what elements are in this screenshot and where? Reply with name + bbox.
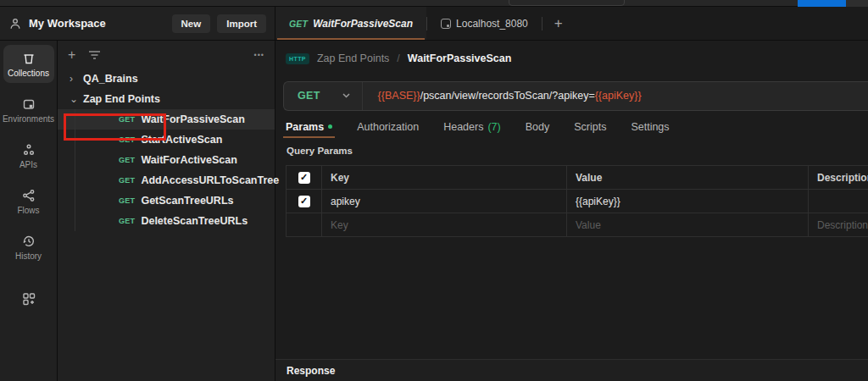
tab-body[interactable]: Body	[526, 115, 550, 138]
activity-bar: Collections Environments APIs Flows Hist…	[0, 41, 58, 381]
primary-button-fragment	[798, 0, 846, 7]
tab-headers[interactable]: Headers (7)	[443, 115, 501, 138]
filter-icon[interactable]	[88, 50, 101, 60]
tab-label: Headers	[443, 121, 483, 133]
sidebar-item-apis[interactable]: APIs	[3, 136, 54, 174]
query-params-table: ✓ Key Value Description ✓ apikey {{apiKe…	[286, 165, 868, 237]
workspace-header: My Workspace New Import	[0, 7, 275, 41]
tab-scripts[interactable]: Scripts	[574, 115, 606, 138]
request-label: AddAccessURLToScanTree	[141, 174, 279, 186]
collections-sidebar: + ••• › QA_Brains ⌄ Zap End Points GET W…	[58, 41, 275, 381]
collection-zap-end-points[interactable]: ⌄ Zap End Points	[58, 89, 275, 109]
tab-label: WaitForPassiveScan	[313, 18, 413, 30]
top-bar-cropped	[0, 0, 868, 7]
sidebar-item-environments[interactable]: Environments	[3, 91, 54, 129]
method-badge: GET	[119, 115, 135, 124]
tab-localhost-8080[interactable]: Localhost_8080	[427, 7, 542, 40]
tab-label: Settings	[631, 121, 669, 133]
request-panel: HTTP Zap End Points / WaitForPassiveScan…	[275, 41, 868, 381]
add-tab-button[interactable]: +	[542, 7, 575, 40]
breadcrumb-collection[interactable]: Zap End Points	[317, 52, 389, 64]
param-value-input[interactable]: {{apiKey}}	[567, 190, 809, 213]
indent-guide	[75, 211, 75, 231]
tab-params[interactable]: Params	[286, 115, 332, 138]
url-input[interactable]: {{BASE}}/pscan/view/recordsToScan/?apike…	[363, 90, 642, 102]
indent-guide	[75, 109, 75, 130]
collection-label: QA_Brains	[83, 73, 138, 85]
tab-label: Scripts	[574, 121, 606, 133]
sidebar-item-history[interactable]: History	[3, 228, 54, 266]
request-addaccessurltoscantree[interactable]: GET AddAccessURLToScanTree	[58, 170, 275, 190]
table-row: ✓ apikey {{apiKey}}	[287, 189, 868, 213]
tab-label: Params	[286, 121, 324, 133]
grid-plus-icon	[21, 291, 36, 306]
method-dropdown[interactable]: GET	[284, 82, 363, 110]
url-apikey-variable: {{apiKey}}	[595, 90, 642, 102]
response-section-header[interactable]: Response	[275, 359, 868, 381]
request-waitforactivescan[interactable]: GET WaitForActiveScan	[58, 150, 275, 170]
select-all-checkbox[interactable]: ✓	[298, 172, 310, 184]
more-options-icon[interactable]: •••	[254, 51, 264, 59]
indent-guide	[75, 190, 75, 211]
tab-settings[interactable]: Settings	[631, 115, 669, 138]
row-checkbox-cell: ✓	[287, 190, 322, 213]
query-params-heading: Query Params	[275, 138, 868, 163]
chevron-right-icon: ›	[70, 73, 83, 85]
tab-label: Localhost_8080	[456, 18, 528, 30]
configure-sidebar-button[interactable]	[3, 285, 54, 312]
flows-icon	[21, 188, 36, 203]
request-label: WaitForPassiveScan	[141, 113, 245, 125]
apis-icon	[21, 142, 36, 157]
sidebar-toolbar: + •••	[58, 41, 275, 69]
breadcrumb-request[interactable]: WaitForPassiveScan	[408, 52, 512, 64]
row-checkbox-cell	[287, 213, 322, 236]
sidebar-item-collections[interactable]: Collections	[3, 45, 54, 83]
param-description-input[interactable]: Description	[809, 213, 868, 236]
sidebar-item-label: Collections	[8, 69, 49, 78]
param-value-input[interactable]: Value	[567, 213, 809, 236]
request-tab-bar: GET WaitForPassiveScan Localhost_8080 +	[275, 7, 868, 41]
sidebar-item-label: Environments	[3, 114, 54, 124]
param-key-input[interactable]: apikey	[322, 190, 567, 213]
request-waitforpassivescan[interactable]: GET WaitForPassiveScan	[58, 109, 275, 130]
sidebar-item-label: Flows	[17, 206, 39, 215]
collection-qa-brains[interactable]: › QA_Brains	[58, 69, 275, 89]
headers-count-badge: (7)	[487, 121, 500, 133]
url-path: /pscan/view/recordsToScan/?apikey=	[420, 90, 595, 102]
param-description-input[interactable]	[809, 190, 868, 213]
postman-window: My Workspace New Import GET WaitForPassi…	[0, 0, 868, 381]
sidebar-item-label: History	[15, 251, 42, 261]
method-badge: GET	[119, 217, 135, 225]
workspace-title[interactable]: My Workspace	[29, 17, 165, 30]
sidebar-item-flows[interactable]: Flows	[3, 182, 54, 220]
request-deletescantreeurls[interactable]: GET DeleteScanTreeURLs	[58, 211, 275, 231]
request-label: StartActiveScan	[141, 134, 222, 146]
table-placeholder-row: Key Value Description	[287, 213, 868, 236]
new-collection-icon[interactable]: +	[68, 48, 75, 62]
tab-method-badge: GET	[289, 19, 308, 29]
request-label: WaitForActiveScan	[141, 154, 236, 166]
response-heading: Response	[287, 365, 335, 377]
tab-waitforpassivescan[interactable]: GET WaitForPassiveScan	[275, 7, 426, 40]
tab-label: Authorization	[357, 121, 419, 133]
http-protocol-icon: HTTP	[286, 53, 309, 64]
url-bar: GET {{BASE}}/pscan/view/recordsToScan/?a…	[283, 81, 868, 111]
import-button[interactable]: Import	[217, 14, 266, 33]
indent-guide	[75, 170, 75, 190]
request-getscantreeurls[interactable]: GET GetScanTreeURLs	[58, 190, 275, 211]
method-badge: GET	[119, 135, 135, 144]
search-box-fragment	[509, 0, 625, 6]
history-icon	[21, 234, 36, 249]
row-checkbox[interactable]: ✓	[298, 196, 310, 207]
url-row: GET {{BASE}}/pscan/view/recordsToScan/?a…	[275, 76, 868, 115]
method-badge: GET	[119, 156, 135, 164]
column-header-key: Key	[322, 166, 567, 189]
request-startactivescan[interactable]: GET StartActiveScan	[58, 130, 275, 150]
param-key-input[interactable]: Key	[322, 213, 567, 236]
chevron-down-icon: ⌄	[70, 93, 83, 105]
url-base-variable: {{BASE}}	[378, 90, 420, 102]
new-button[interactable]: New	[172, 14, 211, 33]
tab-authorization[interactable]: Authorization	[357, 115, 419, 138]
method-badge: GET	[119, 176, 135, 185]
method-badge: GET	[119, 196, 135, 205]
